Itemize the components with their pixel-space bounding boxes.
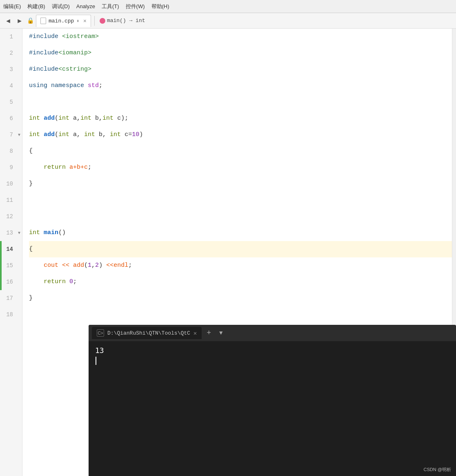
tab-label: main.cpp bbox=[49, 18, 74, 24]
code-line: return a+b+c; bbox=[29, 159, 452, 176]
file-icon bbox=[40, 18, 46, 24]
line-number: 10 bbox=[0, 176, 16, 192]
code-token: a, bbox=[69, 127, 84, 143]
gutter-row: 4 bbox=[0, 78, 22, 94]
code-token: add bbox=[44, 110, 55, 127]
code-token: add bbox=[73, 257, 84, 274]
code-token: using bbox=[29, 78, 51, 94]
green-bar bbox=[0, 274, 2, 290]
code-token: << bbox=[106, 257, 113, 274]
terminal-cursor bbox=[96, 357, 96, 365]
code-token: { bbox=[29, 143, 33, 159]
gutter-row: 14 bbox=[0, 241, 22, 257]
fold-indicator[interactable]: ▼ bbox=[16, 133, 22, 137]
code-line bbox=[29, 94, 452, 110]
code-token: main bbox=[44, 225, 58, 241]
line-number: 3 bbox=[0, 61, 16, 78]
code-token: int bbox=[58, 110, 69, 127]
menu-debug[interactable]: 调试(D) bbox=[52, 3, 70, 10]
code-line: int main() bbox=[29, 225, 452, 241]
code-token: int bbox=[110, 127, 121, 143]
code-token: 0 bbox=[69, 274, 73, 290]
breadcrumb-text: main() → int bbox=[107, 18, 145, 24]
gutter-row: 11 bbox=[0, 192, 22, 208]
gutter-row: 2 bbox=[0, 45, 22, 61]
code-token: << bbox=[62, 257, 69, 274]
line-number: 15 bbox=[0, 257, 16, 274]
code-line: #include<cstring> bbox=[29, 61, 452, 78]
code-line: } bbox=[29, 176, 452, 192]
fold-indicator[interactable]: ▼ bbox=[16, 231, 22, 235]
code-token: cout bbox=[29, 257, 62, 274]
line-number: 6 bbox=[0, 110, 16, 127]
code-token: return bbox=[29, 159, 69, 176]
code-token: ; bbox=[88, 159, 91, 176]
code-token: ( bbox=[55, 127, 58, 143]
gutter-row: 7▼ bbox=[0, 127, 22, 143]
code-line bbox=[29, 306, 452, 323]
code-token: 10 bbox=[132, 127, 139, 143]
menu-edit[interactable]: 编辑(E) bbox=[3, 3, 21, 10]
code-line: int add(int a,int b,int c); bbox=[29, 110, 452, 127]
back-button[interactable]: ◀ bbox=[3, 16, 13, 26]
code-token: c); bbox=[113, 110, 128, 127]
terminal-tab-close-button[interactable]: ✕ bbox=[194, 330, 197, 337]
code-token: return bbox=[29, 274, 69, 290]
code-token: b, bbox=[95, 127, 110, 143]
code-token: #include bbox=[29, 61, 58, 78]
code-line: #include <iostream> bbox=[29, 29, 452, 45]
gutter-row: 6 bbox=[0, 110, 22, 127]
code-token: #include bbox=[29, 29, 62, 45]
toolbar: ◀ ▶ 🔒 main.cpp ⬍ ✕ main() → int bbox=[0, 13, 456, 29]
line-number: 13 bbox=[0, 225, 16, 241]
gutter-row: 1 bbox=[0, 29, 22, 45]
code-token: a+b+c bbox=[69, 159, 88, 176]
gutter-row: 12 bbox=[0, 208, 22, 225]
code-token: 2 bbox=[95, 257, 99, 274]
line-number: 18 bbox=[0, 306, 16, 323]
code-line: #include<iomanip> bbox=[29, 45, 452, 61]
terminal-tab-label: D:\QianRuShi\QTN\Tools\QtC bbox=[107, 330, 190, 336]
gutter-row: 16 bbox=[0, 274, 22, 290]
lock-icon: 🔒 bbox=[26, 17, 34, 25]
gutter-row: 15 bbox=[0, 257, 22, 274]
line-number: 9 bbox=[0, 159, 16, 176]
code-token: std bbox=[88, 78, 99, 94]
line-number: 17 bbox=[0, 290, 16, 306]
tab-dropdown-arrow[interactable]: ⬍ bbox=[76, 18, 79, 24]
terminal-panel: C> D:\QianRuShi\QTN\Tools\QtC ✕ + ▼ 13 bbox=[89, 325, 456, 476]
code-token: <cstring> bbox=[58, 61, 91, 78]
terminal-output: 13 bbox=[95, 346, 449, 355]
menu-controls[interactable]: 控件(W) bbox=[126, 3, 145, 10]
breadcrumb-icon bbox=[100, 18, 105, 24]
menu-analyze[interactable]: Analyze bbox=[76, 3, 95, 9]
code-token: int bbox=[80, 110, 91, 127]
tab-main-cpp[interactable]: main.cpp ⬍ ✕ bbox=[36, 15, 91, 27]
forward-button[interactable]: ▶ bbox=[15, 16, 24, 26]
gutter-row: 8 bbox=[0, 143, 22, 159]
code-token: } bbox=[29, 290, 33, 306]
menu-build[interactable]: 构建(B) bbox=[27, 3, 45, 10]
terminal-add-button[interactable]: + bbox=[203, 327, 214, 339]
code-token: ; bbox=[99, 78, 102, 94]
line-number: 5 bbox=[0, 94, 16, 110]
code-line: cout << add(1,2) <<endl; bbox=[29, 257, 452, 274]
code-line: using namespace std; bbox=[29, 78, 452, 94]
terminal-tab[interactable]: C> D:\QianRuShi\QTN\Tools\QtC ✕ bbox=[92, 327, 202, 339]
code-token: c= bbox=[121, 127, 132, 143]
code-token: ) bbox=[139, 127, 143, 143]
tab-close-button[interactable]: ✕ bbox=[83, 18, 87, 24]
terminal-dropdown-button[interactable]: ▼ bbox=[216, 328, 226, 338]
code-token: 1 bbox=[88, 257, 91, 274]
code-token: b, bbox=[91, 110, 102, 127]
gutter-row: 9 bbox=[0, 159, 22, 176]
terminal-icon: C> bbox=[97, 329, 104, 337]
menu-help[interactable]: 帮助(H) bbox=[151, 3, 169, 10]
editor-container: 1234567▼8910111213▼1415161718 #include <… bbox=[0, 29, 456, 476]
menu-tools[interactable]: 工具(T) bbox=[102, 3, 119, 10]
green-bar bbox=[0, 241, 2, 257]
line-number: 2 bbox=[0, 45, 16, 61]
code-token: ; bbox=[128, 257, 132, 274]
code-token: } bbox=[29, 176, 33, 192]
code-token: #include bbox=[29, 45, 58, 61]
